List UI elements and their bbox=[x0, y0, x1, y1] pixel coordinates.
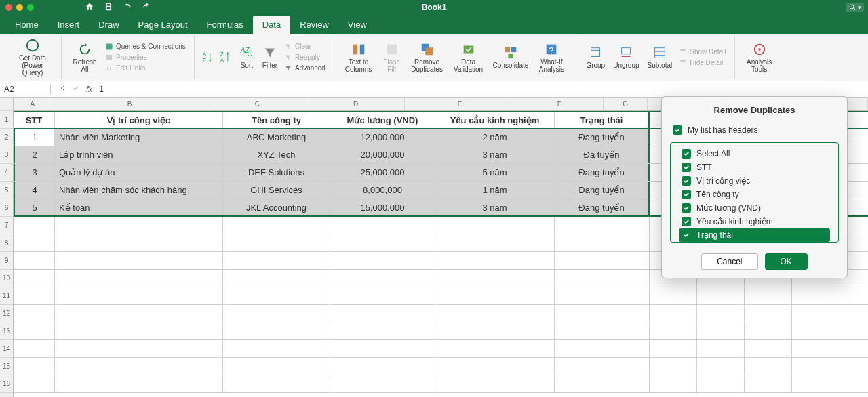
cell[interactable] bbox=[745, 358, 792, 375]
tab-review[interactable]: Review bbox=[290, 16, 338, 34]
advanced-button[interactable]: Advanced bbox=[281, 64, 328, 73]
group-button[interactable]: Group bbox=[582, 44, 609, 70]
cancel-formula-icon[interactable] bbox=[58, 84, 66, 94]
cell[interactable]: 25,000,000 bbox=[330, 164, 435, 181]
cell[interactable] bbox=[223, 252, 330, 269]
cell[interactable] bbox=[745, 375, 792, 392]
ok-button[interactable]: OK bbox=[765, 253, 808, 270]
clear-button[interactable]: Clear bbox=[281, 42, 328, 51]
cell[interactable] bbox=[14, 375, 55, 392]
cell[interactable]: Mức lương (VND) bbox=[330, 112, 435, 128]
row-header[interactable]: 8 bbox=[0, 234, 13, 252]
filter-button[interactable]: Filter bbox=[258, 44, 281, 70]
cell[interactable] bbox=[223, 234, 330, 251]
row-header[interactable]: 2 bbox=[0, 129, 13, 146]
cell[interactable] bbox=[223, 375, 330, 392]
queries-button[interactable]: Queries & Connections bbox=[102, 42, 189, 51]
cell[interactable] bbox=[223, 358, 330, 375]
cell[interactable] bbox=[14, 252, 55, 269]
cell[interactable] bbox=[55, 217, 223, 234]
cell[interactable] bbox=[650, 287, 697, 304]
row-header[interactable]: 1 bbox=[0, 111, 13, 129]
col-header[interactable]: A bbox=[14, 98, 52, 110]
save-icon[interactable] bbox=[104, 2, 113, 14]
cell[interactable] bbox=[223, 270, 330, 287]
cell[interactable] bbox=[55, 340, 223, 357]
cell[interactable]: 1 bbox=[14, 129, 55, 146]
tab-insert[interactable]: Insert bbox=[48, 16, 90, 34]
cell[interactable] bbox=[223, 322, 330, 339]
cell[interactable] bbox=[650, 375, 697, 392]
cell[interactable] bbox=[14, 217, 55, 234]
cell[interactable] bbox=[55, 252, 223, 269]
select-all-corner[interactable] bbox=[0, 98, 13, 111]
cell[interactable] bbox=[55, 358, 223, 375]
cell[interactable]: 12,000,000 bbox=[330, 129, 435, 146]
column-checkbox[interactable]: Trạng thái bbox=[679, 228, 830, 242]
cell[interactable]: Đang tuyển bbox=[555, 182, 650, 198]
cell[interactable] bbox=[435, 322, 555, 339]
column-checkbox[interactable]: Vị trí công việc bbox=[679, 174, 830, 188]
cell[interactable] bbox=[435, 340, 555, 357]
cell[interactable]: Đã tuyển bbox=[555, 146, 650, 163]
confirm-formula-icon[interactable] bbox=[71, 84, 79, 94]
tab-page-layout[interactable]: Page Layout bbox=[129, 16, 197, 34]
tab-formulas[interactable]: Formulas bbox=[197, 16, 253, 34]
row-header[interactable]: 10 bbox=[0, 270, 13, 287]
flash-fill-button[interactable]: Flash Fill bbox=[378, 41, 406, 75]
cell[interactable]: Đang tuyển bbox=[555, 129, 650, 146]
text-to-columns-button[interactable]: Text to Columns bbox=[340, 41, 378, 75]
cell[interactable] bbox=[745, 322, 792, 339]
cell[interactable] bbox=[14, 270, 55, 287]
cell[interactable] bbox=[435, 270, 555, 287]
cell[interactable] bbox=[697, 375, 745, 392]
cell[interactable]: 3 năm bbox=[435, 199, 555, 215]
row-header[interactable]: 14 bbox=[0, 340, 13, 358]
cell[interactable] bbox=[55, 322, 223, 339]
row-header[interactable]: 16 bbox=[0, 375, 13, 393]
row-header[interactable]: 12 bbox=[0, 305, 13, 322]
cell[interactable] bbox=[223, 340, 330, 357]
cell[interactable] bbox=[435, 358, 555, 375]
what-if-button[interactable]: ? What-If Analysis bbox=[532, 41, 570, 75]
has-headers-checkbox[interactable]: My list has headers bbox=[670, 123, 839, 137]
cell[interactable]: Yêu cầu kinh nghiệm bbox=[435, 112, 555, 128]
formula-input[interactable]: 1 bbox=[95, 85, 868, 94]
cell[interactable]: 15,000,000 bbox=[330, 199, 435, 215]
cell[interactable] bbox=[650, 322, 697, 339]
row-header[interactable]: 7 bbox=[0, 217, 13, 234]
cell[interactable] bbox=[14, 287, 55, 304]
row-header[interactable]: 6 bbox=[0, 199, 13, 217]
cell[interactable] bbox=[555, 234, 650, 251]
cell[interactable]: Đang tuyển bbox=[555, 199, 650, 215]
cell[interactable]: GHI Services bbox=[223, 182, 330, 198]
cell[interactable] bbox=[435, 252, 555, 269]
cell[interactable] bbox=[435, 287, 555, 304]
hide-detail-button[interactable]: Hide Detail bbox=[676, 58, 728, 68]
cell[interactable]: 3 năm bbox=[435, 146, 555, 163]
cell[interactable] bbox=[697, 305, 745, 322]
row-header[interactable]: 4 bbox=[0, 164, 13, 182]
close-window-icon[interactable] bbox=[5, 4, 12, 11]
cell[interactable]: Nhân viên Marketing bbox=[55, 129, 223, 146]
cell[interactable] bbox=[555, 287, 650, 304]
cell[interactable] bbox=[14, 305, 55, 322]
cell[interactable]: Lập trình viên bbox=[55, 146, 223, 163]
cell[interactable]: JKL Accounting bbox=[223, 199, 330, 215]
remove-duplicates-button[interactable]: Remove Duplicates bbox=[406, 41, 448, 75]
cell[interactable]: ABC Marketing bbox=[223, 129, 330, 146]
cell[interactable] bbox=[55, 234, 223, 251]
cell[interactable]: DEF Solutions bbox=[223, 164, 330, 181]
col-header[interactable]: G bbox=[604, 98, 648, 110]
cell[interactable]: Vị trí công việc bbox=[55, 112, 223, 128]
cell[interactable] bbox=[555, 217, 650, 234]
cell[interactable] bbox=[697, 322, 745, 339]
show-detail-button[interactable]: Show Detail bbox=[676, 47, 728, 57]
cell[interactable] bbox=[223, 217, 330, 234]
cell[interactable] bbox=[697, 358, 745, 375]
cell[interactable] bbox=[330, 270, 435, 287]
cell[interactable]: 1 năm bbox=[435, 182, 555, 198]
tab-draw[interactable]: Draw bbox=[89, 16, 128, 34]
cell[interactable] bbox=[14, 234, 55, 251]
cell[interactable] bbox=[745, 287, 792, 304]
